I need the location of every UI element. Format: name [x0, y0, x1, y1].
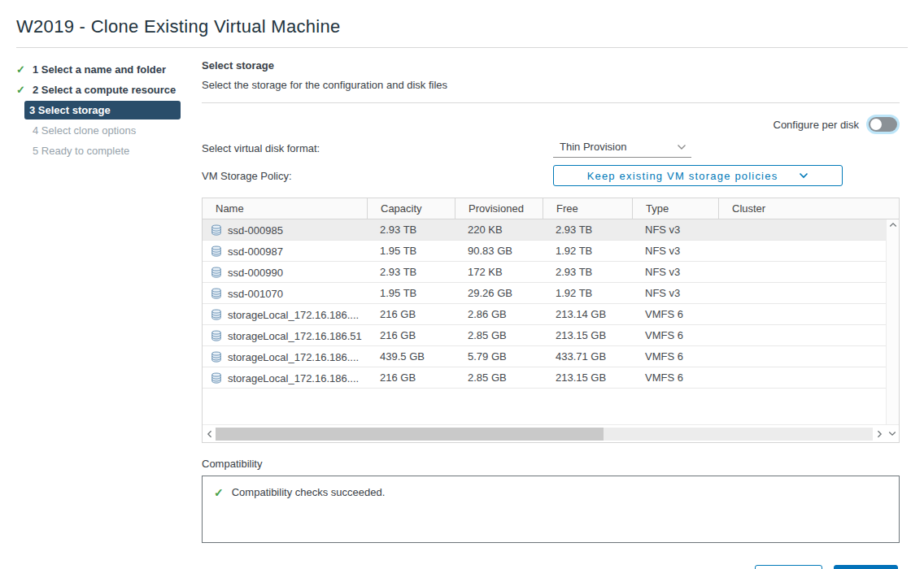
- compatibility-message: Compatibility checks succeeded.: [232, 486, 386, 498]
- datastore-provisioned: 90.83 GB: [455, 241, 543, 261]
- title-divider: [16, 47, 908, 48]
- datastore-capacity: 1.95 TB: [367, 241, 455, 261]
- datastore-free: 1.92 TB: [543, 241, 632, 261]
- configure-per-disk-label: Configure per disk: [774, 119, 860, 131]
- datastore-type: NFS v3: [632, 241, 718, 261]
- datastore-icon: [211, 288, 222, 299]
- horizontal-scrollbar: [203, 424, 899, 442]
- column-header-cluster[interactable]: Cluster: [718, 198, 899, 219]
- datastore-icon: [211, 224, 222, 236]
- column-header-type[interactable]: Type: [632, 198, 718, 219]
- datastore-capacity: 216 GB: [367, 304, 455, 324]
- column-header-free[interactable]: Free: [543, 198, 632, 219]
- storage-policy-dropdown[interactable]: Keep existing VM storage policies: [553, 165, 843, 186]
- storage-policy-value: Keep existing VM storage policies: [587, 170, 778, 182]
- datastore-table-header: Name Capacity Provisioned Free Type Clus…: [203, 198, 899, 219]
- horizontal-scrollbar-track[interactable]: [216, 428, 873, 441]
- datastore-provisioned: 5.79 GB: [455, 346, 543, 367]
- step-label: Select a compute resource: [41, 84, 176, 96]
- configure-per-disk-toggle[interactable]: [869, 117, 897, 132]
- step-select-clone-options[interactable]: 4 Select clone options: [16, 120, 202, 140]
- datastore-free: 1.92 TB: [543, 283, 632, 303]
- datastore-name: storageLocal_172.16.186....: [228, 372, 359, 384]
- step-number: 5: [33, 145, 38, 157]
- datastore-name: ssd-000985: [228, 224, 283, 237]
- disk-format-value: Thin Provision: [560, 141, 626, 153]
- datastore-type: VMFS 6: [632, 304, 718, 324]
- datastore-name: ssd-000987: [228, 245, 283, 258]
- datastore-cluster: [718, 219, 886, 240]
- datastore-free: 433.71 GB: [543, 346, 632, 367]
- select-storage-pane: Select storage Select the storage for th…: [202, 56, 908, 569]
- table-row[interactable]: storageLocal_172.16.186.51 216 GB 2.85 G…: [203, 325, 886, 346]
- table-row[interactable]: ssd-001070 1.95 TB 29.26 GB 1.92 TB NFS …: [203, 283, 886, 304]
- next-button[interactable]: NEXT: [834, 565, 898, 569]
- storage-policy-label: VM Storage Policy:: [202, 170, 553, 182]
- cancel-button[interactable]: CANCEL: [681, 565, 743, 569]
- clone-vm-wizard: W2019 - Clone Existing Virtual Machine ✓…: [0, 0, 924, 569]
- table-row[interactable]: ssd-000990 2.93 TB 172 KB 2.93 TB NFS v3: [203, 262, 886, 283]
- datastore-cluster: [718, 241, 886, 261]
- step-label: Select a name and folder: [41, 63, 166, 76]
- column-header-capacity[interactable]: Capacity: [367, 198, 455, 219]
- datastore-provisioned: 2.85 GB: [455, 367, 543, 388]
- table-row[interactable]: ssd-000985 2.93 TB 220 KB 2.93 TB NFS v3: [203, 219, 886, 241]
- horizontal-scrollbar-thumb[interactable]: [216, 428, 604, 441]
- datastore-cluster: [718, 325, 886, 345]
- datastore-capacity: 439.5 GB: [367, 346, 455, 367]
- pane-heading: Select storage: [202, 56, 900, 72]
- back-button[interactable]: BACK: [755, 565, 822, 569]
- datastore-type: VMFS 6: [632, 367, 718, 388]
- table-row[interactable]: ssd-000987 1.95 TB 90.83 GB 1.92 TB NFS …: [203, 241, 886, 262]
- step-label: Select storage: [38, 104, 111, 116]
- disk-format-select[interactable]: Thin Provision: [553, 138, 691, 158]
- datastore-provisioned: 2.85 GB: [455, 325, 543, 345]
- datastore-capacity: 216 GB: [367, 367, 455, 388]
- datastore-cluster: [718, 367, 886, 388]
- scroll-right-icon[interactable]: [873, 430, 886, 438]
- column-header-name[interactable]: Name: [203, 198, 367, 219]
- table-row[interactable]: storageLocal_172.16.186.... 216 GB 2.86 …: [203, 304, 886, 325]
- datastore-cluster: [718, 304, 886, 324]
- step-select-name-folder[interactable]: ✓ 1 Select a name and folder: [16, 59, 202, 79]
- wizard-step-nav: ✓ 1 Select a name and folder ✓ 2 Select …: [16, 56, 202, 161]
- datastore-cluster: [718, 283, 886, 303]
- vertical-scrollbar[interactable]: [886, 219, 899, 424]
- datastore-type: VMFS 6: [632, 346, 718, 367]
- compatibility-box: ✓ Compatibility checks succeeded.: [202, 476, 900, 543]
- datastore-type: VMFS 6: [632, 325, 718, 345]
- scroll-up-icon[interactable]: [889, 222, 897, 228]
- success-check-icon: ✓: [214, 486, 224, 499]
- step-ready-to-complete[interactable]: 5 Ready to complete: [16, 141, 202, 160]
- step-number: 4: [33, 124, 38, 137]
- datastore-icon: [211, 267, 222, 278]
- datastore-table: Name Capacity Provisioned Free Type Clus…: [202, 198, 900, 443]
- table-row[interactable]: storageLocal_172.16.186.... 216 GB 2.85 …: [203, 367, 886, 389]
- chevron-down-icon: [677, 144, 686, 150]
- datastore-capacity: 1.95 TB: [367, 283, 455, 303]
- datastore-icon: [211, 309, 222, 320]
- datastore-capacity: 2.93 TB: [367, 219, 455, 240]
- table-empty-area: [203, 389, 886, 424]
- datastore-free: 2.93 TB: [543, 262, 632, 282]
- datastore-provisioned: 220 KB: [455, 219, 543, 240]
- datastore-icon: [211, 245, 222, 257]
- table-row[interactable]: storageLocal_172.16.186.... 439.5 GB 5.7…: [203, 346, 886, 367]
- datastore-cluster: [718, 262, 886, 282]
- datastore-type: NFS v3: [632, 262, 718, 282]
- step-label: Select clone options: [41, 124, 136, 137]
- datastore-icon: [211, 351, 222, 363]
- chevron-down-icon: [799, 172, 808, 179]
- datastore-free: 213.15 GB: [543, 325, 632, 345]
- wizard-title: W2019 - Clone Existing Virtual Machine: [16, 11, 908, 47]
- step-complete-check-icon: ✓: [16, 84, 33, 96]
- scroll-down-icon[interactable]: [886, 431, 899, 437]
- datastore-name: ssd-000990: [228, 267, 283, 279]
- step-select-storage[interactable]: 3 Select storage: [24, 100, 202, 119]
- datastore-free: 213.15 GB: [543, 367, 632, 388]
- scroll-left-icon[interactable]: [203, 430, 216, 438]
- datastore-provisioned: 29.26 GB: [455, 283, 543, 303]
- datastore-provisioned: 172 KB: [455, 262, 543, 282]
- column-header-provisioned[interactable]: Provisioned: [455, 198, 543, 219]
- step-select-compute-resource[interactable]: ✓ 2 Select a compute resource: [16, 80, 202, 99]
